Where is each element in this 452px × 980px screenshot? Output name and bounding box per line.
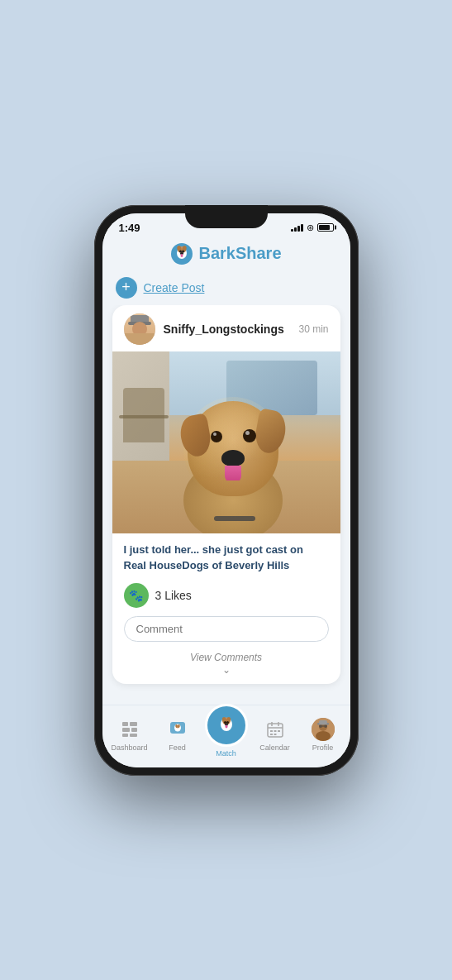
profile-avatar	[312, 718, 335, 741]
svg-point-39	[316, 731, 331, 741]
nav-item-calendar[interactable]: Calendar	[255, 718, 296, 752]
bark-like-icon: 🐾	[129, 589, 143, 602]
dog-tongue	[225, 466, 241, 480]
match-icon-wrapper	[205, 704, 248, 747]
svg-rect-11	[122, 728, 130, 732]
nav-item-feed[interactable]: Feed	[157, 718, 198, 752]
post-username: Sniffy_Longstockings	[164, 323, 284, 336]
svg-rect-12	[131, 728, 137, 732]
like-button[interactable]: 🐾	[124, 583, 149, 608]
create-post-bar[interactable]: + Create Post	[102, 272, 350, 305]
post-avatar	[124, 313, 155, 345]
likes-row[interactable]: 🐾 3 Likes	[112, 578, 340, 613]
post-time: 30 min	[298, 323, 328, 335]
nav-label-calendar: Calendar	[259, 743, 290, 752]
svg-rect-32	[270, 730, 273, 732]
dog-eye-left	[211, 431, 222, 442]
barkshare-logo-icon	[170, 242, 193, 265]
svg-rect-40	[319, 724, 322, 728]
post-card: Sniffy_Longstockings 30 min	[112, 305, 340, 684]
svg-rect-35	[270, 734, 273, 735]
svg-rect-34	[278, 730, 280, 732]
svg-rect-14	[130, 734, 137, 737]
svg-point-27	[225, 724, 227, 728]
svg-rect-44	[319, 720, 327, 724]
phone-frame: 1:49 ⊛	[94, 205, 359, 776]
post-header: Sniffy_Longstockings 30 min	[112, 305, 340, 351]
nav-label-profile: Profile	[312, 743, 334, 752]
nav-label-feed: Feed	[169, 743, 186, 752]
view-comments[interactable]: View Comments ⌄	[112, 648, 340, 684]
bottom-nav: Dashboard Feed	[102, 705, 350, 767]
create-post-link[interactable]: Create Post	[144, 281, 205, 294]
comment-row[interactable]	[112, 613, 340, 648]
caption-text: I just told her... she just got cast on …	[124, 543, 303, 571]
signal-icon	[291, 223, 303, 232]
post-caption: I just told her... she just got cast on …	[112, 533, 340, 578]
dog-photo	[112, 351, 340, 533]
battery-icon	[317, 223, 334, 232]
nav-item-profile[interactable]: Profile	[302, 718, 344, 752]
dog-ear-left	[177, 413, 212, 458]
svg-rect-41	[324, 724, 327, 728]
view-comments-text: View Comments	[190, 652, 262, 663]
wifi-icon: ⊛	[307, 222, 314, 233]
dog-ear-right	[252, 408, 288, 455]
post-image	[112, 351, 340, 533]
content-scroll[interactable]: Sniffy_Longstockings 30 min	[102, 305, 350, 705]
feed-icon	[166, 718, 189, 741]
post-user-info: Sniffy_Longstockings	[164, 322, 299, 337]
comment-input[interactable]	[124, 616, 329, 642]
status-time: 1:49	[119, 222, 140, 234]
nav-label-dashboard: Dashboard	[111, 743, 147, 752]
nav-item-match[interactable]: Match	[205, 712, 248, 758]
svg-rect-33	[274, 730, 276, 732]
app-header: BarkShare	[102, 237, 350, 272]
notch	[185, 205, 268, 228]
nav-item-dashboard[interactable]: Dashboard	[109, 718, 150, 752]
dog-eye-right	[243, 429, 256, 442]
likes-count: 3 Likes	[155, 589, 192, 602]
phone-screen: 1:49 ⊛	[102, 213, 350, 767]
dog-mouth	[221, 466, 245, 480]
dog-illustration	[167, 393, 299, 533]
profile-avatar-icon	[312, 718, 335, 741]
svg-point-8	[181, 254, 183, 257]
calendar-icon	[264, 718, 287, 741]
svg-rect-13	[122, 734, 128, 737]
svg-rect-10	[130, 722, 137, 726]
nav-label-match: Match	[216, 749, 236, 758]
status-icons: ⊛	[291, 222, 334, 233]
svg-rect-9	[122, 722, 128, 726]
app-title: BarkShare	[198, 244, 281, 263]
svg-rect-36	[274, 734, 276, 735]
match-icon	[215, 714, 238, 737]
dog-nose	[221, 450, 245, 466]
create-post-button[interactable]: +	[116, 277, 137, 299]
dashboard-icon	[118, 718, 141, 741]
chevron-down-icon: ⌄	[222, 664, 231, 676]
